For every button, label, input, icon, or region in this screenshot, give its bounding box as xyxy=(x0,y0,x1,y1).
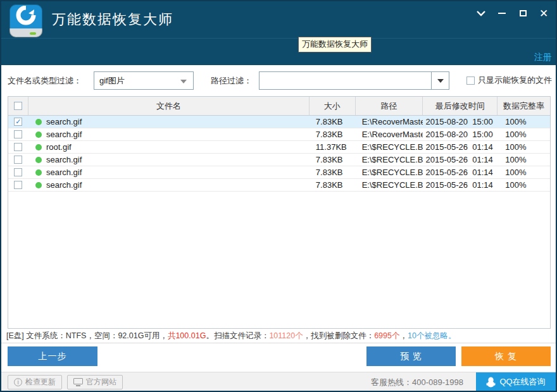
file-modified: 2015-05-26 01:14 xyxy=(423,141,498,153)
type-filter-select[interactable]: gif图片 xyxy=(94,71,194,90)
column-header-filename[interactable]: 文件名 xyxy=(28,97,310,115)
file-integrity: 100% xyxy=(498,179,550,191)
status-segment: 101120个 xyxy=(269,331,303,341)
file-table-body: ✓search.gif7.83KBE:\RecoverMaste..2015-0… xyxy=(8,116,550,192)
hotline-text: 客服热线：400-089-1998 xyxy=(371,377,463,388)
back-button[interactable]: 上一步 xyxy=(8,346,97,366)
row-checkbox[interactable] xyxy=(14,181,22,189)
file-name: root.gif xyxy=(46,142,72,152)
status-bar: [E盘] 文件系统：NTFS，空间：92.01G可用，共100.01G。扫描文件… xyxy=(1,329,556,343)
path-filter-dropdown-button[interactable] xyxy=(431,72,449,89)
path-filter-label: 路径过滤： xyxy=(211,75,252,87)
app-logo-drive-refresh-icon xyxy=(9,4,42,37)
chevron-down-icon xyxy=(180,80,187,83)
table-row[interactable]: search.gif7.83KBE:\RecoverMaste..2015-08… xyxy=(8,128,550,141)
file-size: 7.83KB xyxy=(310,166,356,178)
green-dot-icon xyxy=(35,182,42,188)
green-dot-icon xyxy=(35,169,42,176)
row-checkbox[interactable] xyxy=(14,156,22,164)
table-row[interactable]: search.gif7.83KBE:\$RECYCLE.BIN..2015-05… xyxy=(8,179,550,192)
file-integrity: 100% xyxy=(498,166,550,178)
file-integrity: 100% xyxy=(498,154,550,166)
file-name: search.gif xyxy=(46,168,82,177)
table-row[interactable]: search.gif7.83KBE:\$RECYCLE.BIN..2015-05… xyxy=(8,166,550,179)
title-bar: 万能数据恢复大师 ✕ 注册 xyxy=(1,1,556,65)
path-filter-input[interactable] xyxy=(260,72,432,89)
table-header: 文件名 大小 路径 最后修改时间 数据完整率 xyxy=(8,97,550,116)
status-segment: 共100.01G xyxy=(168,331,206,341)
file-name: search.gif xyxy=(46,180,82,190)
file-modified: 2015-08-20 15:00 xyxy=(423,116,498,128)
file-path: E:\$RECYCLE.BIN.. xyxy=(356,141,423,153)
green-dot-icon xyxy=(35,132,42,138)
check-update-button[interactable]: i 检查更新 xyxy=(8,375,62,389)
file-size: 7.83KB xyxy=(310,128,356,140)
table-row[interactable]: ✓search.gif7.83KBE:\RecoverMaste..2015-0… xyxy=(8,116,550,128)
check-update-label: 检查更新 xyxy=(25,377,56,388)
file-modified: 2015-05-26 01:14 xyxy=(423,179,498,191)
file-path: E:\$RECYCLE.BIN.. xyxy=(356,179,423,191)
column-header-path[interactable]: 路径 xyxy=(356,97,423,115)
file-integrity: 100% xyxy=(498,116,550,128)
status-segment: 6995个 xyxy=(374,331,399,341)
file-integrity: 100% xyxy=(498,128,550,140)
footer-bar: i 检查更新 官方网站 客服热线：400-089-1998 QQ在线咨询 xyxy=(1,372,556,391)
file-size: 7.83KB xyxy=(310,179,356,191)
file-table: 文件名 大小 路径 最后修改时间 数据完整率 ✓search.gif7.83KB… xyxy=(8,96,551,329)
table-row[interactable]: search.gif7.83KBE:\$RECYCLE.BIN..2015-05… xyxy=(8,154,550,166)
row-checkbox[interactable] xyxy=(14,143,22,151)
path-filter-box xyxy=(259,71,449,90)
status-segment: ， xyxy=(399,331,408,341)
preview-button[interactable]: 预 览 xyxy=(366,346,456,366)
file-path: E:\RecoverMaste.. xyxy=(356,128,423,140)
status-segment: [E盘] 文件系统：NTFS，空间：92.01G可用， xyxy=(6,331,168,341)
file-modified: 2015-05-26 01:14 xyxy=(423,166,498,178)
minimize-icon[interactable] xyxy=(495,6,509,20)
official-site-button[interactable]: 官方网站 xyxy=(67,375,123,389)
status-segment: ，找到被删除文件： xyxy=(303,331,375,341)
tooltip: 万能数据恢复大师 xyxy=(298,37,372,52)
only-recoverable-checkbox[interactable]: 只显示能恢复的文件 xyxy=(466,75,552,86)
official-site-label: 官方网站 xyxy=(86,377,116,388)
file-name: search.gif xyxy=(46,155,82,164)
column-header-size[interactable]: 大小 xyxy=(310,97,356,115)
file-modified: 2015-05-26 01:14 xyxy=(423,154,498,166)
only-recoverable-label: 只显示能恢复的文件 xyxy=(478,75,552,86)
type-filter-value: gif图片 xyxy=(99,75,125,87)
qq-consult-button[interactable]: QQ在线咨询 xyxy=(476,372,556,391)
window-controls: ✕ xyxy=(474,4,551,23)
chevron-down-icon[interactable] xyxy=(474,6,488,20)
green-dot-icon xyxy=(35,119,42,125)
filter-bar: 文件名或类型过滤： gif图片 路径过滤： 只显示能恢复的文件 xyxy=(1,65,556,96)
select-all-header-cell xyxy=(8,97,28,115)
file-name: search.gif xyxy=(46,130,82,139)
green-dot-icon xyxy=(35,157,42,163)
drive-led-icon xyxy=(30,32,36,35)
row-checkbox[interactable]: ✓ xyxy=(14,118,22,126)
app-title: 万能数据恢复大师 xyxy=(52,10,173,29)
close-icon[interactable]: ✕ xyxy=(537,6,551,20)
file-modified: 2015-08-20 15:00 xyxy=(423,128,498,140)
monitor-icon xyxy=(73,378,83,386)
file-path: E:\$RECYCLE.BIN.. xyxy=(356,154,423,166)
app-window: 万能数据恢复大师 ✕ 注册 万能数据恢复大师 文件名或类型过滤： gif图片 路… xyxy=(1,1,556,391)
maximize-icon[interactable] xyxy=(516,6,530,20)
type-filter-label: 文件名或类型过滤： xyxy=(8,75,82,87)
file-size: 7.83KB xyxy=(310,116,356,128)
qq-penguin-icon xyxy=(486,377,496,388)
table-row[interactable]: root.gif11.37KBE:\$RECYCLE.BIN..2015-05-… xyxy=(8,141,550,154)
column-header-integrity[interactable]: 数据完整率 xyxy=(498,97,550,115)
row-checkbox[interactable] xyxy=(14,130,22,138)
checkbox-icon[interactable] xyxy=(466,77,475,85)
row-checkbox[interactable] xyxy=(14,168,22,176)
register-link[interactable]: 注册 xyxy=(534,52,552,63)
select-all-checkbox[interactable] xyxy=(14,102,22,110)
green-dot-icon xyxy=(35,144,42,150)
chevron-down-icon xyxy=(437,79,444,83)
column-header-modified[interactable]: 最后修改时间 xyxy=(423,97,498,115)
file-size: 7.83KB xyxy=(310,154,356,166)
info-circle-icon: i xyxy=(14,378,22,386)
recover-button[interactable]: 恢 复 xyxy=(461,346,551,366)
titlebar-divider xyxy=(1,38,556,39)
file-path: E:\RecoverMaste.. xyxy=(356,116,423,128)
